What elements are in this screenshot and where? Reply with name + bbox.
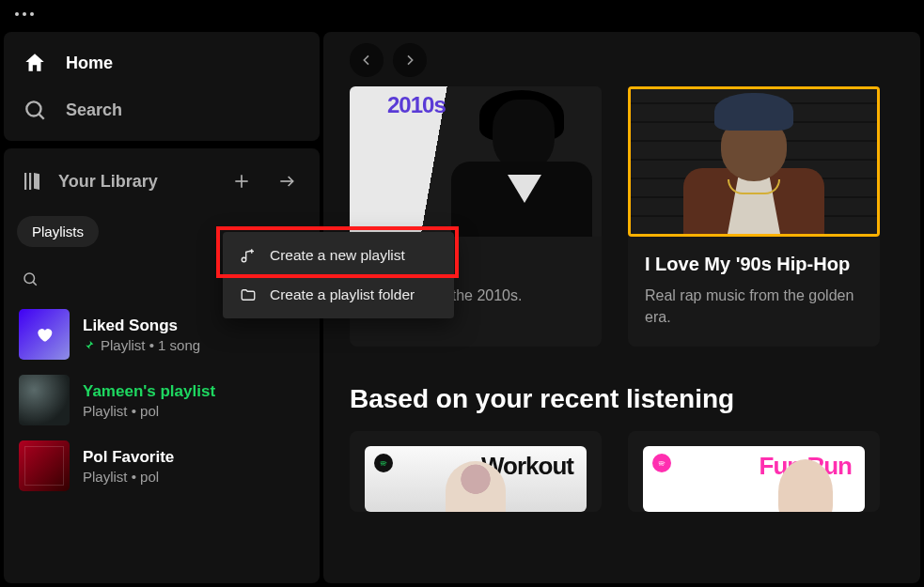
spotify-badge-icon	[652, 454, 671, 472]
card-image: Workout	[365, 446, 587, 512]
library-header: Your Library	[4, 156, 320, 207]
card-image: 2010s	[350, 86, 602, 237]
library-title[interactable]: Your Library	[58, 172, 212, 192]
svg-point-0	[26, 101, 40, 116]
music-plus-icon	[240, 247, 257, 264]
recent-card-row: Workout Fun Run	[323, 431, 920, 512]
library-item-playlist[interactable]: Yameen's playlist Playlist • pol	[11, 367, 312, 433]
svg-line-8	[33, 282, 37, 286]
cover-art	[19, 375, 70, 425]
window-titlebar	[0, 0, 924, 28]
library-list: Liked Songs Playlist • 1 song Yameen's p…	[4, 301, 320, 499]
nav-search[interactable]: Search	[4, 86, 320, 133]
cover-liked-songs	[19, 309, 70, 360]
forward-button[interactable]	[393, 43, 427, 77]
chip-playlists[interactable]: Playlists	[17, 216, 99, 247]
svg-rect-2	[24, 173, 26, 190]
svg-point-7	[24, 273, 35, 284]
library-item-subtitle: Playlist • pol	[83, 403, 215, 419]
home-icon	[23, 51, 47, 75]
library-item-subtitle: Playlist • pol	[83, 469, 174, 485]
library-item-playlist[interactable]: Pol Favorite Playlist • pol	[11, 433, 312, 499]
svg-rect-3	[29, 173, 31, 190]
spotify-badge-icon	[374, 454, 393, 472]
svg-line-1	[39, 115, 44, 119]
cover-art	[19, 440, 70, 491]
library-add-button[interactable]	[226, 165, 258, 197]
back-button[interactable]	[350, 43, 384, 77]
menu-create-playlist[interactable]: Create a new playlist	[227, 236, 450, 275]
menu-dot[interactable]	[30, 12, 34, 16]
library-item-subtitle: Playlist • 1 song	[83, 337, 200, 353]
menu-item-label: Create a playlist folder	[270, 286, 415, 303]
search-icon	[23, 98, 47, 122]
playlist-card-workout[interactable]: Workout	[350, 431, 602, 512]
nav-home-label: Home	[66, 54, 113, 73]
library-panel: Your Library Playlists R	[4, 148, 320, 583]
library-item-title: Liked Songs	[83, 317, 200, 335]
menu-item-label: Create a new playlist	[270, 247, 405, 264]
menu-dot[interactable]	[23, 12, 26, 16]
person-silhouette	[669, 86, 838, 234]
playlist-card-90s-hiphop[interactable]: I Love My '90s Hip-Hop Real rap music fr…	[628, 86, 880, 347]
library-expand-button[interactable]	[271, 165, 303, 197]
card-image	[628, 86, 880, 237]
menu-dot[interactable]	[15, 12, 19, 16]
nav-panel: Home Search	[4, 32, 320, 141]
card-title: I Love My '90s Hip-Hop	[645, 254, 863, 275]
context-menu: Create a new playlist Create a playlist …	[223, 232, 454, 318]
library-icon[interactable]	[21, 169, 45, 193]
decade-badge: 2010s	[387, 92, 446, 118]
playlist-card-funrun[interactable]: Fun Run	[628, 431, 880, 512]
person-silhouette	[451, 86, 592, 237]
library-search-button[interactable]	[17, 266, 43, 292]
section-heading: Based on your recent listening	[323, 347, 920, 431]
folder-icon	[240, 286, 257, 303]
library-item-title: Yameen's playlist	[83, 382, 215, 401]
nav-home[interactable]: Home	[4, 39, 320, 86]
menu-create-folder[interactable]: Create a playlist folder	[227, 275, 450, 315]
card-image: Fun Run	[643, 446, 865, 512]
pin-icon	[83, 339, 95, 351]
nav-search-label: Search	[66, 100, 122, 120]
card-description: Real rap music from the golden era.	[645, 285, 863, 328]
history-nav	[323, 43, 920, 86]
library-item-title: Pol Favorite	[83, 448, 174, 467]
